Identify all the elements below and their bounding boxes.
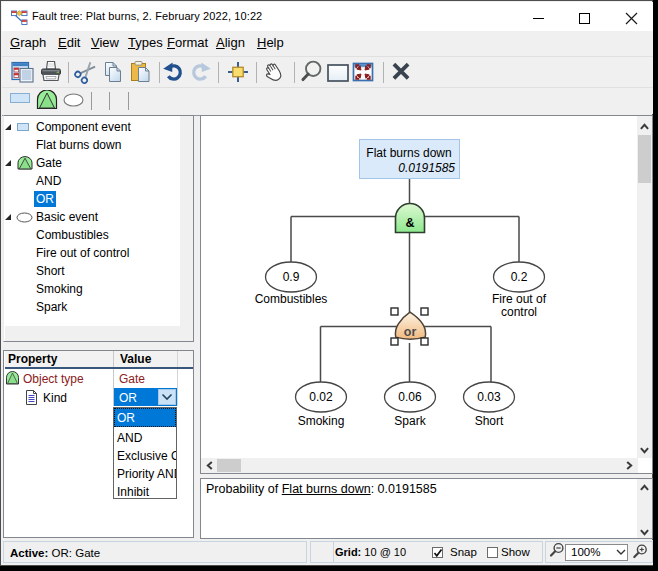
svg-text:Short: Short bbox=[475, 414, 504, 428]
svg-text:&: & bbox=[405, 216, 414, 230]
svg-text:0.02: 0.02 bbox=[309, 390, 333, 404]
svg-text:control: control bbox=[501, 305, 537, 319]
svg-text:Combustibles: Combustibles bbox=[255, 292, 328, 306]
svg-text:0.06: 0.06 bbox=[398, 390, 422, 404]
svg-text:Smoking: Smoking bbox=[298, 414, 345, 428]
svg-text:Fire out of: Fire out of bbox=[492, 292, 547, 306]
svg-text:Spark: Spark bbox=[394, 414, 426, 428]
svg-text:or: or bbox=[404, 325, 417, 339]
svg-text:0.03: 0.03 bbox=[477, 390, 501, 404]
svg-text:0.2: 0.2 bbox=[511, 270, 528, 284]
svg-text:Flat burns down: Flat burns down bbox=[366, 146, 451, 160]
svg-text:0.9: 0.9 bbox=[283, 270, 300, 284]
svg-text:0.0191585: 0.0191585 bbox=[398, 161, 455, 175]
